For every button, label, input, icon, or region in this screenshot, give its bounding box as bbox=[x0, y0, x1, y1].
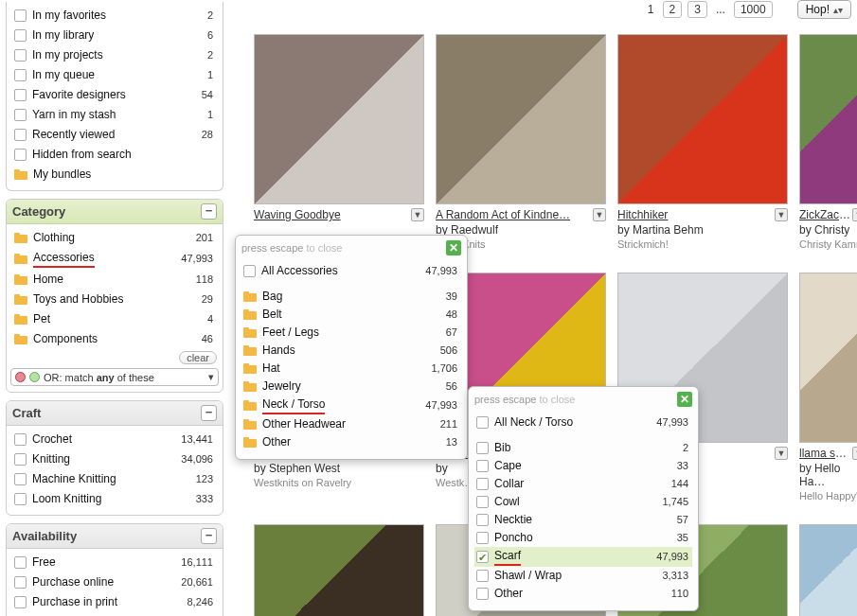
all-neck-torso-row[interactable]: All Neck / Torso 47,993 bbox=[474, 414, 692, 431]
checkbox[interactable] bbox=[14, 89, 27, 101]
hop-button[interactable]: Hop!▴▾ bbox=[797, 0, 851, 19]
pattern-thumbnail[interactable] bbox=[799, 273, 857, 443]
checkbox[interactable] bbox=[14, 49, 27, 62]
pattern-thumbnail[interactable] bbox=[254, 34, 424, 204]
filter-row[interactable]: Accessories47,993 bbox=[10, 248, 219, 270]
or-match-selector[interactable]: OR: match any of these ▾ bbox=[10, 368, 219, 386]
checkbox[interactable] bbox=[14, 596, 27, 608]
filter-row[interactable]: Pet4 bbox=[10, 309, 219, 329]
filter-row[interactable]: Knitting34,096 bbox=[10, 449, 219, 469]
filter-row[interactable]: Poncho35 bbox=[474, 529, 692, 547]
filter-row[interactable]: Clothing201 bbox=[10, 228, 219, 248]
collapse-icon[interactable]: − bbox=[201, 528, 217, 544]
filter-row[interactable]: Jewelry56 bbox=[241, 378, 461, 396]
pattern-card[interactable] bbox=[254, 524, 424, 616]
filter-row[interactable]: Hat1,706 bbox=[241, 360, 461, 378]
filter-row[interactable]: In my projects2 bbox=[10, 45, 219, 65]
checkbox[interactable] bbox=[476, 514, 489, 526]
filter-row[interactable]: Shawl / Wrap3,313 bbox=[474, 567, 692, 585]
filter-row[interactable]: Neck / Torso47,993 bbox=[241, 396, 461, 415]
filter-row[interactable]: Loom Knitting333 bbox=[10, 489, 219, 509]
pattern-title[interactable]: A Random Act of Kindne… bbox=[436, 208, 593, 221]
filter-row[interactable]: Other Headwear211 bbox=[241, 415, 461, 433]
pattern-thumbnail[interactable] bbox=[436, 34, 606, 204]
pattern-thumbnail[interactable] bbox=[799, 524, 857, 616]
collapse-icon[interactable]: − bbox=[201, 203, 217, 220]
filter-row[interactable]: Crochet13,441 bbox=[10, 430, 219, 449]
filter-row[interactable]: Belt48 bbox=[241, 306, 461, 324]
close-icon[interactable]: ✕ bbox=[677, 392, 692, 407]
checkbox[interactable] bbox=[476, 570, 489, 582]
page-3[interactable]: 3 bbox=[687, 1, 707, 18]
card-menu-button[interactable]: ▼ bbox=[775, 447, 788, 460]
my-bundles-row[interactable]: My bundles bbox=[10, 165, 219, 185]
page-2[interactable]: 2 bbox=[663, 1, 683, 18]
filter-row[interactable]: Bib2 bbox=[474, 439, 692, 457]
pattern-card[interactable]: A Random Act of Kindne…▼by RaedwulfFaun … bbox=[436, 34, 606, 250]
filter-row[interactable]: Scarf47,993 bbox=[474, 547, 692, 567]
checkbox[interactable] bbox=[476, 532, 489, 544]
clear-button[interactable]: clear bbox=[179, 351, 217, 364]
checkbox[interactable] bbox=[476, 416, 489, 429]
page-1[interactable]: 1 bbox=[645, 3, 657, 16]
pattern-thumbnail[interactable] bbox=[799, 34, 857, 204]
filter-row[interactable]: Yarn in my stash1 bbox=[10, 105, 219, 125]
pattern-card[interactable] bbox=[799, 524, 857, 616]
filter-row[interactable]: Free16,111 bbox=[10, 553, 219, 572]
filter-row[interactable]: Machine Knitting123 bbox=[10, 469, 219, 489]
filter-row[interactable]: Purchase in print8,246 bbox=[10, 592, 219, 612]
filter-row[interactable]: Cape33 bbox=[474, 457, 692, 475]
filter-row[interactable]: In my favorites2 bbox=[10, 6, 219, 26]
filter-row[interactable]: Toys and Hobbies29 bbox=[10, 290, 219, 309]
filter-row[interactable]: Cowl1,745 bbox=[474, 493, 692, 511]
pattern-card[interactable]: ZickZack S…▼by Christy Christy Kamm bbox=[799, 34, 857, 250]
checkbox[interactable] bbox=[14, 29, 27, 42]
close-icon[interactable]: ✕ bbox=[446, 240, 461, 255]
filter-row[interactable]: Feet / Legs67 bbox=[241, 324, 461, 342]
card-menu-button[interactable]: ▼ bbox=[852, 208, 857, 221]
pattern-title[interactable]: Hitchhiker bbox=[617, 208, 775, 221]
filter-row[interactable]: Favorite designers54 bbox=[10, 85, 219, 105]
checkbox[interactable] bbox=[14, 453, 27, 466]
checkbox[interactable] bbox=[476, 588, 489, 600]
checkbox[interactable] bbox=[476, 478, 489, 490]
checkbox[interactable] bbox=[14, 556, 27, 569]
pattern-card[interactable]: Hitchhiker▼by Martina BehmStrickmich! bbox=[617, 34, 788, 250]
checkbox[interactable] bbox=[476, 496, 489, 508]
card-menu-button[interactable]: ▼ bbox=[593, 208, 606, 221]
checkbox[interactable] bbox=[14, 576, 27, 589]
page-last[interactable]: 1000 bbox=[734, 1, 773, 18]
filter-row[interactable]: Necktie57 bbox=[474, 511, 692, 529]
filter-row[interactable]: In my library6 bbox=[10, 26, 219, 45]
pattern-thumbnail[interactable] bbox=[254, 524, 424, 616]
checkbox[interactable] bbox=[14, 69, 27, 81]
filter-row[interactable]: Other13 bbox=[241, 433, 461, 451]
checkbox[interactable] bbox=[476, 551, 489, 563]
filter-row[interactable]: Other110 bbox=[474, 585, 692, 603]
filter-row[interactable]: Components46 bbox=[10, 329, 219, 349]
checkbox[interactable] bbox=[243, 265, 256, 277]
checkbox[interactable] bbox=[476, 442, 489, 454]
filter-row[interactable]: Home118 bbox=[10, 270, 219, 290]
filter-row[interactable]: Ravelry download33,000 bbox=[10, 612, 219, 616]
pattern-card[interactable]: Waving Goodbye▼ bbox=[254, 34, 424, 250]
pattern-title[interactable]: ZickZack S… bbox=[799, 208, 852, 221]
checkbox[interactable] bbox=[14, 109, 27, 121]
checkbox[interactable] bbox=[14, 149, 27, 161]
card-menu-button[interactable]: ▼ bbox=[411, 208, 424, 221]
pattern-card[interactable]: llama scarf…▼by Hello Ha…Hello Happy's bbox=[799, 273, 857, 502]
filter-row[interactable]: Bag39 bbox=[241, 288, 461, 306]
filter-row[interactable]: Purchase online20,661 bbox=[10, 572, 219, 592]
checkbox[interactable] bbox=[14, 129, 27, 141]
collapse-icon[interactable]: − bbox=[201, 405, 217, 421]
filter-row[interactable]: Hidden from search bbox=[10, 145, 219, 165]
checkbox[interactable] bbox=[14, 433, 27, 446]
all-accessories-row[interactable]: All Accessories 47,993 bbox=[241, 262, 461, 280]
checkbox[interactable] bbox=[14, 493, 27, 505]
checkbox[interactable] bbox=[14, 473, 27, 485]
pattern-title[interactable]: Waving Goodbye bbox=[254, 208, 411, 221]
card-menu-button[interactable]: ▼ bbox=[775, 208, 788, 221]
pattern-title[interactable]: llama scarf… bbox=[799, 447, 852, 460]
filter-row[interactable]: Recently viewed28 bbox=[10, 125, 219, 145]
checkbox[interactable] bbox=[476, 460, 489, 472]
